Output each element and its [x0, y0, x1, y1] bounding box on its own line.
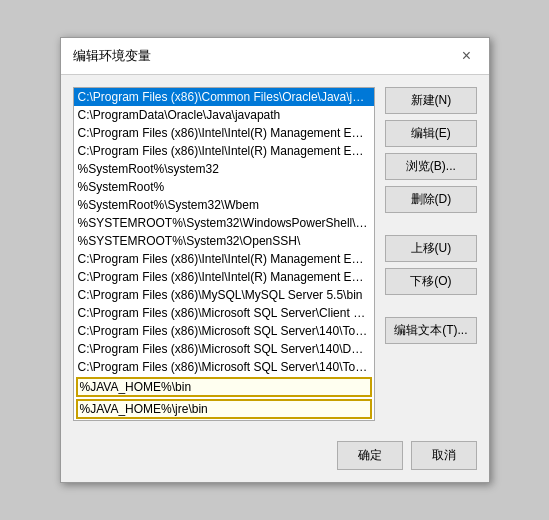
list-item[interactable]: C:\Program Files (x86)\Microsoft SQL Ser… [74, 358, 375, 376]
edit-env-dialog: 编辑环境变量 × C:\Program Files (x86)\Common F… [60, 37, 490, 483]
dialog-body: C:\Program Files (x86)\Common Files\Orac… [61, 75, 489, 433]
spacer [385, 219, 476, 229]
list-item[interactable]: C:\Program Files (x86)\Intel\Intel(R) Ma… [74, 142, 375, 160]
dialog-title: 编辑环境变量 [73, 47, 151, 65]
list-item[interactable]: %SystemRoot%\System32\Wbem [74, 196, 375, 214]
edit-button[interactable]: 编辑(E) [385, 120, 476, 147]
list-item[interactable]: C:\Program Files (x86)\Intel\Intel(R) Ma… [74, 268, 375, 286]
list-item[interactable]: %SystemRoot% [74, 178, 375, 196]
edit-text-button[interactable]: 编辑文本(T)... [385, 317, 476, 344]
dialog-footer: 确定 取消 [61, 433, 489, 482]
list-item[interactable]: C:\Program Files (x86)\Microsoft SQL Ser… [74, 304, 375, 322]
list-item[interactable]: C:\Program Files (x86)\Microsoft SQL Ser… [74, 340, 375, 358]
new-button[interactable]: 新建(N) [385, 87, 476, 114]
list-item[interactable]: %SystemRoot%\system32 [74, 160, 375, 178]
env-var-list[interactable]: C:\Program Files (x86)\Common Files\Orac… [73, 87, 376, 421]
down-button[interactable]: 下移(O) [385, 268, 476, 295]
list-item[interactable]: C:\Program Files (x86)\Intel\Intel(R) Ma… [74, 250, 375, 268]
up-button[interactable]: 上移(U) [385, 235, 476, 262]
title-bar: 编辑环境变量 × [61, 38, 489, 75]
ok-button[interactable]: 确定 [337, 441, 403, 470]
list-item[interactable]: C:\Program Files (x86)\Intel\Intel(R) Ma… [74, 124, 375, 142]
list-item[interactable]: C:\Program Files (x86)\Common Files\Orac… [74, 88, 375, 106]
list-item[interactable]: %SYSTEMROOT%\System32\OpenSSH\ [74, 232, 375, 250]
cancel-button[interactable]: 取消 [411, 441, 477, 470]
list-item[interactable]: %JAVA_HOME%\jre\bin [76, 399, 373, 419]
action-buttons: 新建(N) 编辑(E) 浏览(B)... 删除(D) 上移(U) 下移(O) 编… [385, 87, 476, 421]
spacer2 [385, 301, 476, 311]
list-item[interactable]: %SYSTEMROOT%\System32\WindowsPowerShell\… [74, 214, 375, 232]
delete-button[interactable]: 删除(D) [385, 186, 476, 213]
list-item[interactable]: C:\Program Files (x86)\MySQL\MySQL Serve… [74, 286, 375, 304]
list-item[interactable]: C:\Program Files (x86)\Microsoft SQL Ser… [74, 322, 375, 340]
browse-button[interactable]: 浏览(B)... [385, 153, 476, 180]
list-item[interactable]: C:\ProgramData\Oracle\Java\javapath [74, 106, 375, 124]
close-button[interactable]: × [457, 46, 477, 66]
list-item[interactable]: %JAVA_HOME%\bin [76, 377, 373, 397]
